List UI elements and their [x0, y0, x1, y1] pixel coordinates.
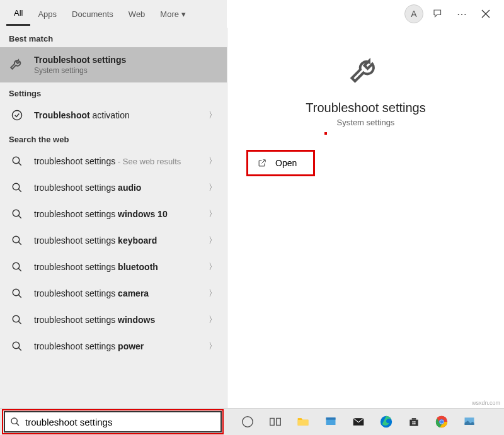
search-results-panel: All Apps Documents Web More ▾ Best match…: [0, 0, 227, 408]
search-input[interactable]: [25, 417, 215, 427]
wrench-large-icon: [347, 53, 385, 91]
svg-point-2: [13, 183, 20, 190]
mail-icon[interactable]: [350, 414, 367, 430]
tab-all[interactable]: All: [6, 2, 30, 26]
tab-more-label: More: [160, 9, 179, 19]
detail-sub: System settings: [227, 118, 504, 127]
svg-point-8: [13, 342, 20, 349]
open-label: Open: [275, 158, 297, 168]
close-icon[interactable]: [476, 4, 495, 23]
web-result-1[interactable]: troubleshoot settings audio〉: [0, 174, 227, 201]
section-search-web: Search the web: [0, 128, 227, 148]
search-icon: [9, 312, 25, 328]
chevron-right-icon: 〉: [209, 288, 217, 299]
web-result-7[interactable]: troubleshoot settings power〉: [0, 333, 227, 359]
search-box[interactable]: [4, 411, 222, 432]
chevron-right-icon: 〉: [209, 261, 217, 273]
search-icon: [9, 285, 25, 302]
best-match-title: Troubleshoot settings: [34, 55, 218, 65]
more-icon[interactable]: ⋯: [452, 4, 471, 23]
svg-point-1: [13, 157, 20, 164]
open-button[interactable]: Open: [246, 150, 315, 176]
topbar-right: A ⋯: [404, 0, 504, 28]
web-result-3[interactable]: troubleshoot settings keyboard〉: [0, 227, 227, 254]
web-result-5[interactable]: troubleshoot settings camera〉: [0, 280, 227, 307]
open-external-icon: [257, 159, 266, 168]
feedback-icon[interactable]: [428, 4, 447, 23]
web-result-0[interactable]: troubleshoot settings - See web results〉: [0, 148, 227, 174]
tab-apps[interactable]: Apps: [30, 3, 64, 25]
svg-point-6: [13, 289, 20, 296]
web-result-2[interactable]: troubleshoot settings windows 10〉: [0, 201, 227, 227]
web-result-4[interactable]: troubleshoot settings bluetooth〉: [0, 254, 227, 280]
best-match-sub: System settings: [34, 66, 218, 75]
chevron-right-icon: 〉: [209, 155, 217, 167]
tab-web[interactable]: Web: [121, 3, 153, 25]
file-explorer-icon[interactable]: [295, 414, 311, 430]
best-match-text: Troubleshoot settings System settings: [34, 55, 218, 75]
chevron-right-icon: 〉: [209, 314, 217, 325]
chevron-right-icon: 〉: [209, 208, 217, 220]
svg-point-7: [13, 315, 20, 322]
svg-point-0: [13, 111, 22, 120]
chevron-right-icon: 〉: [209, 110, 217, 121]
filter-tabs: All Apps Documents Web More ▾: [0, 0, 227, 28]
chevron-down-icon: ▾: [181, 9, 186, 19]
svg-rect-19: [413, 423, 414, 424]
store-icon[interactable]: [406, 414, 422, 430]
svg-rect-18: [414, 421, 415, 422]
svg-point-24: [440, 420, 444, 424]
watermark: wsxdn.com: [472, 400, 500, 406]
svg-point-9: [11, 418, 17, 424]
chevron-right-icon: 〉: [209, 235, 217, 246]
search-icon: [9, 259, 25, 275]
cortana-icon[interactable]: [239, 414, 256, 430]
checkmark-circle-icon: [9, 107, 25, 123]
taskbar-icons: [239, 414, 478, 430]
chevron-right-icon: 〉: [209, 182, 217, 193]
svg-point-10: [243, 417, 253, 427]
annotation-dot: [324, 132, 327, 135]
detail-title: Troubleshoot settings: [227, 101, 504, 115]
section-best-match: Best match: [0, 28, 227, 47]
search-icon: [9, 179, 25, 196]
search-icon: [9, 206, 25, 222]
app-blue-icon[interactable]: [323, 414, 339, 430]
section-settings: Settings: [0, 82, 227, 102]
svg-point-5: [13, 263, 20, 269]
svg-rect-17: [413, 421, 414, 422]
search-icon: [9, 338, 25, 354]
svg-point-4: [13, 236, 20, 243]
best-match-result[interactable]: Troubleshoot settings System settings: [0, 47, 227, 82]
edge-icon[interactable]: [378, 414, 394, 430]
search-icon: [9, 232, 25, 249]
avatar[interactable]: A: [404, 4, 423, 23]
chevron-right-icon: 〉: [209, 341, 217, 352]
svg-rect-11: [270, 419, 274, 426]
web-result-6[interactable]: troubleshoot settings windows〉: [0, 307, 227, 333]
chrome-icon[interactable]: [433, 414, 450, 430]
settings-result-text: Troubleshoot activation: [34, 110, 218, 120]
tab-documents[interactable]: Documents: [64, 3, 121, 25]
svg-point-3: [13, 210, 20, 217]
svg-rect-14: [326, 417, 336, 419]
wrench-icon: [9, 57, 25, 73]
taskbar: [0, 408, 504, 435]
tab-more[interactable]: More ▾: [152, 3, 193, 25]
settings-result-activation[interactable]: Troubleshoot activation 〉: [0, 102, 227, 128]
svg-rect-20: [414, 423, 415, 424]
task-view-icon[interactable]: [267, 414, 284, 430]
detail-panel: Troubleshoot settings System settings Op…: [227, 28, 504, 408]
search-icon: [9, 153, 25, 169]
search-icon: [10, 417, 20, 427]
app-generic-icon[interactable]: [461, 414, 478, 430]
svg-rect-12: [277, 419, 280, 426]
